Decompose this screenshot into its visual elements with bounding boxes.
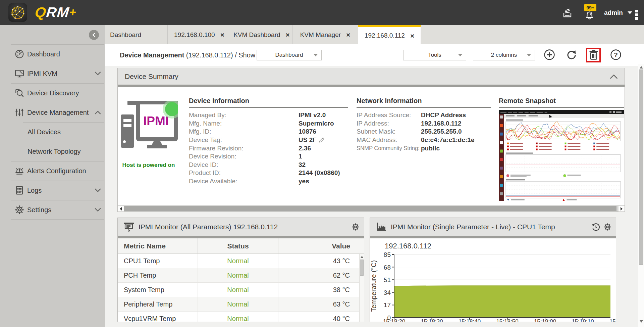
- user-menu[interactable]: admin: [604, 0, 632, 25]
- table-row: Peripheral TempNormal63 °C: [118, 297, 359, 312]
- edit-device-tag-pencil-icon[interactable]: [319, 137, 325, 143]
- network-information-block: Network Information IP Address Source:DH…: [357, 97, 491, 152]
- logo-globe-icon: [8, 3, 27, 22]
- chart-area-series: [394, 286, 610, 318]
- field-value: 2.36: [299, 145, 311, 152]
- table-scroll-thumb[interactable]: [360, 260, 364, 276]
- y-tick-label: 51: [384, 276, 391, 283]
- horizontal-scroll-thumb[interactable]: [124, 206, 616, 211]
- view-select[interactable]: Dashboard: [257, 50, 322, 60]
- sidebar-item-ipmi-kvm[interactable]: IPMI KVM: [0, 64, 105, 83]
- tab-192-168-0-112[interactable]: 192.168.0.112 ×: [358, 25, 421, 44]
- sidebar-item-device-management[interactable]: Device Management: [0, 103, 105, 122]
- tab-close-icon[interactable]: ×: [220, 31, 224, 38]
- sidebar-item-all-devices[interactable]: All Devices: [0, 122, 105, 142]
- help-button[interactable]: ?: [610, 49, 622, 60]
- caret-down-icon: [527, 54, 531, 56]
- scroll-left-button[interactable]: [118, 206, 124, 212]
- tab-192-168-0-100[interactable]: 192.168.0.100 ×: [168, 25, 231, 44]
- panel-divider: [370, 236, 616, 238]
- triangle-left-icon: [120, 207, 122, 211]
- scroll-up-arrow[interactable]: [640, 66, 643, 68]
- scroll-right-button[interactable]: [619, 206, 625, 212]
- overflow-menu-icon[interactable]: [635, 10, 638, 20]
- add-widget-button[interactable]: [544, 49, 555, 60]
- x-tick-label: 15:18:30: [421, 318, 443, 322]
- tab-dashboard[interactable]: Dashboard: [105, 25, 168, 44]
- widget-settings-gear-icon[interactable]: [351, 223, 360, 231]
- field-value: 2144 (0x0860): [299, 169, 340, 177]
- notifications-bell-icon[interactable]: [585, 11, 594, 20]
- column-header: Metric Name: [118, 238, 198, 254]
- tab-close-icon[interactable]: ×: [346, 31, 350, 38]
- sidebar-item-alerts-configuration[interactable]: Alerts Configuration: [0, 161, 105, 181]
- field-value: US 2F: [299, 136, 317, 144]
- brand-wordmark: QRM+: [34, 4, 77, 21]
- sidebar-item-network-topology[interactable]: Network Topology: [0, 142, 105, 161]
- collapse-panel-chevron-up-icon[interactable]: [610, 74, 618, 79]
- sidebar-item-device-discovery[interactable]: Device Discovery: [0, 83, 105, 103]
- page-title: Device Management (192.168.0.112) / Show: [120, 44, 255, 66]
- scroll-up-arrow[interactable]: [361, 256, 363, 258]
- field-label: MAC Address:: [357, 136, 421, 144]
- widget-settings-gear-icon[interactable]: [603, 223, 612, 231]
- page-scroll-thumb[interactable]: [639, 69, 643, 265]
- notification-count-badge: 99+: [584, 4, 596, 11]
- dashboard-gauge-icon: [15, 49, 24, 59]
- app-logo[interactable]: [8, 3, 27, 22]
- tab-kvm-dashboard[interactable]: KVM Dashboard ×: [231, 25, 292, 44]
- table-header-row: Metric Name Status Value: [118, 238, 364, 254]
- alerts-siren-icon: [15, 166, 24, 176]
- field-value: DHCP Address: [421, 111, 466, 119]
- network-information-heading: Network Information: [357, 97, 491, 105]
- table-row: PCH TempNormal62 °C: [118, 268, 359, 283]
- tools-select[interactable]: Tools: [403, 50, 466, 60]
- sidebar-menu: Dashboard IPMI KVM Device Discovery Devi…: [0, 44, 105, 220]
- column-header: Value: [278, 238, 360, 254]
- heading-underline: [189, 107, 348, 108]
- columns-select[interactable]: 2 columns: [473, 50, 535, 60]
- refresh-button[interactable]: [566, 49, 577, 60]
- event-stack-icon[interactable]: [563, 8, 572, 18]
- user-caret-down-icon: [628, 11, 632, 14]
- ipmi-device-image: IPMI: [121, 101, 178, 149]
- ipmi-screen-label: IPMI: [143, 114, 169, 128]
- field-value: 32: [299, 161, 306, 169]
- sidebar: Dashboard IPMI KVM Device Discovery Devi…: [0, 25, 105, 327]
- x-tick-label: 15:18:40: [459, 318, 481, 322]
- field-value: 10876: [299, 128, 316, 135]
- panel-divider: [118, 85, 625, 87]
- tab-close-icon[interactable]: ×: [410, 32, 414, 39]
- triangle-right-icon: [621, 207, 623, 211]
- kvm-monitor-icon: [15, 69, 24, 78]
- tab-close-icon[interactable]: ×: [286, 31, 290, 38]
- x-tick-label: 15:19:20: [609, 318, 616, 322]
- field-label: Managed By:: [189, 111, 299, 119]
- table-rows: CPU1 TempNormal43 °C PCH TempNormal62 °C…: [118, 254, 359, 322]
- sidebar-item-settings[interactable]: Settings: [0, 200, 105, 220]
- sidebar-collapse-button[interactable]: [89, 30, 99, 40]
- history-clock-icon[interactable]: [592, 223, 600, 231]
- board-icon: [123, 222, 134, 232]
- table-row: System TempNormal38 °C: [118, 283, 359, 297]
- device-summary-header: Device Summary: [118, 68, 625, 85]
- toolbar: Device Management (192.168.0.112) / Show…: [105, 44, 644, 66]
- ipmi-monitor-table-panel: IPMI Monitor (All Parameters) 192.168.0.…: [117, 218, 364, 322]
- field-value: IPMI v2.0: [299, 111, 326, 119]
- field-label: IP Address:: [357, 120, 421, 127]
- chart-panel-header: IPMI Monitor (Single Parameter - Live) -…: [370, 218, 616, 236]
- page-vertical-scrollbar: [638, 64, 644, 327]
- device-information-heading: Device Information: [189, 97, 348, 105]
- field-label: Mfg. Name:: [189, 120, 299, 127]
- sidebar-item-dashboard[interactable]: Dashboard: [0, 44, 105, 64]
- chevron-down-icon: [95, 72, 101, 76]
- y-tick-label: 68: [384, 264, 391, 271]
- tab-kvm-manager[interactable]: KVM Manager ×: [292, 25, 358, 44]
- delete-button[interactable]: [588, 49, 599, 60]
- sidebar-item-logs[interactable]: Logs: [0, 181, 105, 200]
- field-value: yes: [299, 178, 309, 185]
- scroll-down-arrow[interactable]: [640, 320, 643, 323]
- table-vertical-scrollbar: [359, 254, 364, 322]
- x-tick-label: 15:18:50: [496, 318, 518, 322]
- table-row: Vcpu1VRM TempNormal40 °C: [118, 312, 359, 322]
